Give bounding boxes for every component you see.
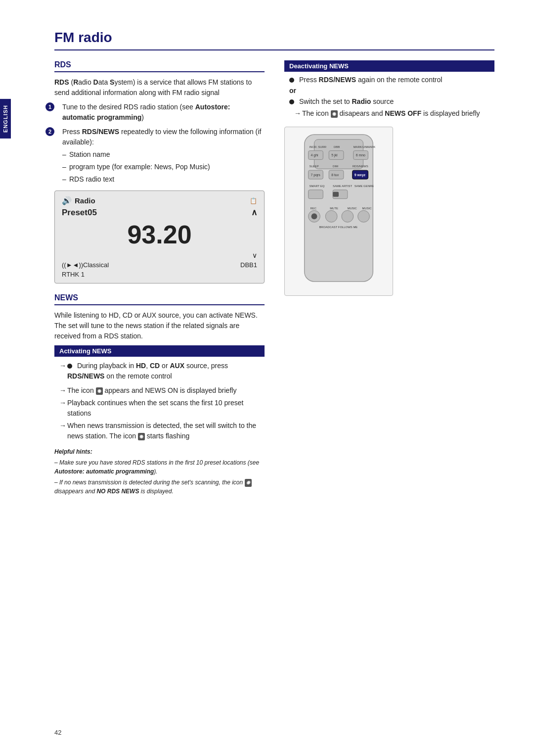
two-column-layout: RDS RDS (Radio Data System) is a service… (54, 60, 494, 498)
svg-text:RDS/NEWS: RDS/NEWS (353, 165, 368, 168)
svg-point-34 (358, 210, 370, 222)
hint-2: – If no news transmission is detected du… (54, 478, 265, 496)
svg-text:INCR. SURR: INCR. SURR (310, 145, 327, 148)
language-tab: English (0, 99, 11, 139)
news-icon-2: ◉ (138, 433, 145, 441)
svg-text:MUSIC: MUSIC (362, 207, 372, 210)
activating-step-1: During playback in HD, CD or AUX source,… (59, 361, 265, 381)
svg-text:7 pqrs: 7 pqrs (311, 173, 321, 177)
svg-text:MUTE: MUTE (330, 207, 338, 210)
svg-text:SMART EQ: SMART EQ (310, 185, 325, 188)
news-section-title: NEWS (54, 293, 265, 305)
deactivating-step-2: Switch the set to Radio source (289, 97, 494, 105)
remote-svg: INCR. SURR DBB MARK/UNMARK 4 ghi 5 jkl 6… (290, 132, 388, 289)
deactivating-arrow-1: The icon ◉ disapears and NEWS OFF is dis… (294, 108, 494, 119)
svg-point-31 (312, 213, 317, 219)
remote-control-image: INCR. SURR DBB MARK/UNMARK 4 ghi 5 jkl 6… (284, 127, 393, 296)
display-footer: ((►◄))Classical DBB1 (62, 261, 257, 269)
chevron-down-icon: ∨ (252, 251, 257, 259)
hint-1: – Make sure you have stored RDS stations… (54, 458, 265, 476)
svg-text:BROADCAST  FOLLOWS ME: BROADCAST FOLLOWS ME (319, 226, 357, 229)
rds-section-title: RDS (54, 60, 265, 72)
svg-text:9 wxyz: 9 wxyz (355, 173, 366, 177)
svg-text:8 tuv: 8 tuv (331, 173, 339, 177)
display-dbb: DBB1 (240, 261, 257, 269)
page: English FM radio RDS RDS (Radio Data Sys… (0, 0, 534, 756)
news-intro: While listening to HD, CD or AUX source,… (54, 310, 265, 341)
svg-text:5 jkl: 5 jkl (331, 153, 338, 157)
svg-point-32 (325, 210, 337, 222)
news-icon-1: ◉ (96, 387, 103, 395)
news-icon-3: ◉ (245, 479, 252, 487)
right-column: Deactivating NEWS Press RDS/NEWS again o… (284, 60, 494, 498)
deactivating-or: or (289, 87, 494, 94)
page-number: 42 (54, 729, 61, 736)
svg-rect-25 (333, 192, 339, 197)
activating-steps: During playback in HD, CD or AUX source,… (59, 361, 265, 381)
display-frequency: 93.20 (62, 220, 257, 249)
rds-step-2: 2 Press RDS/NEWS repeatedly to view the … (54, 127, 265, 185)
radio-display: 🔊 Radio 📋 Preset05 ∧ 93.20 ∨ ((►◄)) (54, 190, 265, 284)
activating-arrow-3: When news transmission is detected, the … (59, 421, 265, 441)
deactivating-step-1: Press RDS/NEWS again on the remote contr… (289, 76, 494, 84)
svg-text:DBB: DBB (334, 145, 340, 148)
activating-arrows: The icon ◉ appears and NEWS ON is displa… (59, 385, 265, 441)
bullet-icon-2 (289, 78, 294, 83)
antenna-icon: 🔊 (62, 196, 72, 205)
deactivating-arrow: The icon ◉ disapears and NEWS OFF is dis… (294, 108, 494, 119)
rds-info-station: Station name (62, 149, 265, 160)
svg-text:DIM: DIM (333, 165, 338, 168)
left-column: RDS RDS (Radio Data System) is a service… (54, 60, 265, 498)
main-content: FM radio RDS RDS (Radio Data System) is … (54, 30, 494, 498)
display-title: 🔊 Radio (62, 196, 95, 205)
rds-steps: 1 Tune to the desired RDS radio station … (54, 102, 265, 185)
svg-text:SAME GENRE: SAME GENRE (355, 185, 374, 188)
display-classical: ((►◄))Classical (62, 261, 109, 269)
helpful-hints: Helpful hints: – Make sure you have stor… (54, 447, 265, 496)
deactivating-header: Deactivating NEWS (284, 60, 494, 72)
bullet-icon (67, 364, 72, 369)
news-icon-4: ◉ (331, 110, 338, 118)
svg-text:MUSIC: MUSIC (348, 207, 357, 210)
svg-text:SAME ARTIST: SAME ARTIST (333, 185, 352, 188)
svg-rect-23 (309, 190, 323, 199)
rds-intro: RDS (Radio Data System) is a service tha… (54, 77, 265, 98)
svg-text:6 mno: 6 mno (356, 153, 365, 157)
svg-text:SLEEP: SLEEP (310, 165, 319, 168)
hints-title: Helpful hints: (54, 447, 265, 456)
display-preset: Preset05 ∧ (62, 207, 257, 218)
svg-text:REC: REC (311, 207, 317, 210)
display-header: 🔊 Radio 📋 (62, 196, 257, 205)
svg-text:4 ghi: 4 ghi (311, 153, 318, 157)
activating-box: Activating NEWS During playback in HD, C… (54, 345, 265, 441)
rds-info-text: RDS radio text (62, 174, 265, 185)
rds-step-1: 1 Tune to the desired RDS radio station … (54, 102, 265, 123)
deactivating-steps: Press RDS/NEWS again on the remote contr… (289, 76, 494, 105)
activating-arrow-1: The icon ◉ appears and NEWS ON is displa… (59, 385, 265, 396)
svg-text:MARK/UNMARK: MARK/UNMARK (354, 145, 375, 148)
activating-header: Activating NEWS (54, 345, 265, 357)
rds-info-list: Station name program type (for example: … (62, 149, 265, 185)
rds-info-program: program type (for example: News, Pop Mus… (62, 162, 265, 172)
activating-arrow-2: Playback continues when the set scans th… (59, 398, 265, 419)
page-title: FM radio (54, 30, 494, 50)
chevron-up-icon: ∧ (251, 207, 257, 218)
svg-point-33 (342, 210, 354, 222)
display-rthk: RTHK 1 (62, 271, 257, 278)
news-section: NEWS While listening to HD, CD or AUX so… (54, 293, 265, 496)
display-icon-right: 📋 (250, 197, 257, 204)
bullet-icon-3 (289, 99, 294, 104)
